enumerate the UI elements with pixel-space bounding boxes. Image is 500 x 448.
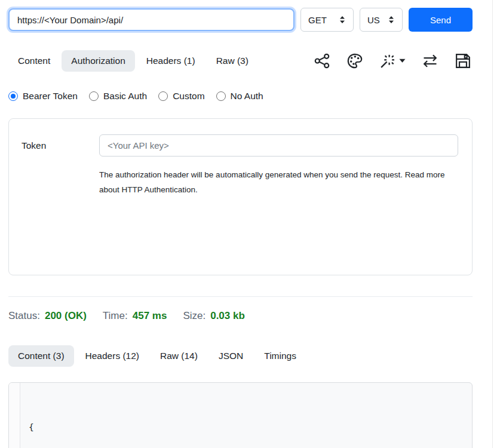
request-tabs: Content Authorization Headers (1) Raw (3… — [8, 50, 258, 72]
toolbar — [314, 53, 473, 69]
radio-label: Basic Auth — [103, 91, 147, 102]
status-code: Status: 200 (OK) — [8, 310, 87, 322]
tab-content[interactable]: Content — [8, 50, 60, 72]
save-icon[interactable] — [455, 53, 471, 69]
updown-caret-icon — [339, 16, 346, 24]
status-value: 200 (OK) — [45, 310, 87, 322]
tab-authorization[interactable]: Authorization — [62, 50, 134, 72]
radio-icon — [8, 91, 18, 101]
content-column: GET US Send Content — [8, 0, 473, 448]
token-input[interactable] — [99, 134, 458, 157]
swap-arrows-icon[interactable] — [422, 53, 438, 69]
status-label: Status: — [8, 310, 40, 322]
region-select[interactable]: US — [360, 8, 403, 32]
method-select[interactable]: GET — [300, 8, 354, 32]
response-status-row: Status: 200 (OK) Time: 457 ms Size: 0.03… — [8, 310, 473, 322]
response-size: Size: 0.03 kb — [183, 310, 244, 322]
response-body-viewer[interactable]: { "message": "API running." } — [8, 382, 473, 448]
code-line: { — [29, 420, 472, 435]
radio-bearer-token[interactable]: Bearer Token — [8, 91, 78, 102]
radio-label: Custom — [173, 91, 204, 102]
response-tabs: Content (3) Headers (12) Raw (14) JSON T… — [8, 345, 306, 367]
token-row: Token — [22, 134, 458, 157]
tab-response-raw[interactable]: Raw (14) — [151, 345, 207, 367]
send-button[interactable]: Send — [409, 8, 473, 32]
time-value: 457 ms — [133, 310, 167, 322]
radio-custom[interactable]: Custom — [158, 91, 204, 102]
tab-response-content[interactable]: Content (3) — [8, 345, 74, 367]
share-icon[interactable] — [314, 53, 330, 69]
updown-caret-icon — [388, 16, 395, 24]
section-divider — [8, 296, 473, 297]
request-tabs-row: Content Authorization Headers (1) Raw (3… — [8, 50, 473, 72]
method-select-value: GET — [308, 15, 327, 25]
radio-icon — [216, 91, 226, 101]
radio-icon — [89, 91, 99, 101]
token-label: Token — [22, 140, 99, 151]
magic-wand-dropdown-icon[interactable] — [379, 53, 406, 69]
tab-raw[interactable]: Raw (3) — [207, 50, 258, 72]
response-time: Time: 457 ms — [103, 310, 167, 322]
api-client-page: GET US Send Content — [0, 0, 500, 448]
size-value: 0.03 kb — [210, 310, 245, 322]
radio-icon — [158, 91, 168, 101]
size-label: Size: — [183, 310, 205, 322]
token-panel: Token The authorization header will be a… — [8, 118, 473, 275]
url-input[interactable] — [8, 8, 295, 31]
auth-options: Bearer Token Basic Auth Custom No Auth — [8, 91, 473, 102]
tab-response-json[interactable]: JSON — [209, 345, 253, 367]
request-bar: GET US Send — [8, 0, 473, 32]
tab-response-headers[interactable]: Headers (12) — [76, 345, 149, 367]
token-help-text: The authorization header will be automat… — [99, 167, 458, 197]
radio-basic-auth[interactable]: Basic Auth — [89, 91, 147, 102]
radio-label: Bearer Token — [23, 91, 78, 102]
page-right-divider — [492, 0, 493, 448]
response-json-code: { "message": "API running." } — [20, 383, 472, 448]
response-tabs-row: Content (3) Headers (12) Raw (14) JSON T… — [8, 345, 473, 367]
caret-down-icon — [399, 59, 406, 63]
tab-response-timings[interactable]: Timings — [254, 345, 306, 367]
radio-label: No Auth — [231, 91, 263, 102]
time-label: Time: — [103, 310, 128, 322]
region-select-value: US — [367, 15, 380, 25]
radio-no-auth[interactable]: No Auth — [216, 91, 263, 102]
palette-icon[interactable] — [346, 53, 363, 69]
code-gutter — [9, 383, 20, 448]
tab-headers[interactable]: Headers (1) — [137, 50, 205, 72]
